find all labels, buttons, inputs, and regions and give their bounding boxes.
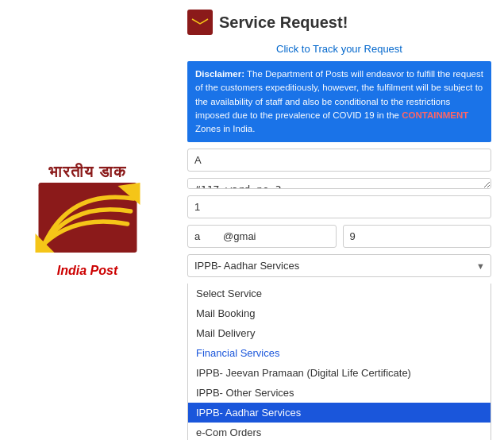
dropdown-item-mail-booking[interactable]: Mail Booking [188,303,491,323]
dropdown-item-ecom-orders[interactable]: e-Com Orders [188,423,491,440]
dropdown-item-financial-services[interactable]: Financial Services [188,343,491,363]
number-input[interactable] [187,195,491,218]
dropdown-item-ippb-jeevan[interactable]: IPPB- Jeevan Pramaan (Digital Life Certi… [188,363,491,383]
containment-word: CONTAINMENT [402,110,468,120]
email-phone-row [187,225,491,248]
select-service-wrapper: Select Service Mail Booking Mail Deliver… [187,254,491,277]
dropdown-item-select-service[interactable]: Select Service [188,284,491,303]
post-icon-svg [190,13,210,32]
track-request-link[interactable]: Click to Track your Request [187,43,491,55]
email-input[interactable] [187,225,337,248]
india-post-logo [22,183,153,259]
brand-label: India Post [57,264,117,278]
phone-input[interactable] [343,225,492,248]
post-icon [187,10,213,35]
disclaimer-bold: Disclaimer: [195,69,244,79]
dropdown-item-ippb-other[interactable]: IPPB- Other Services [188,383,491,403]
select-service-dropdown[interactable]: Select Service Mail Booking Mail Deliver… [187,254,491,277]
logo-area: भारतीय डाक India Post [18,163,157,278]
header-row: Service Request! [187,10,491,35]
right-panel: Service Request! Click to Track your Req… [175,0,504,440]
hindi-title: भारतीय डाक [48,163,126,181]
disclaimer-suffix: Zones in India. [195,124,255,133]
name-input[interactable] [187,149,491,172]
left-panel: भारतीय डाक India Post [0,0,175,440]
dropdown-item-ippb-aadhar[interactable]: IPPB- Aadhar Services [188,403,491,423]
service-request-title: Service Request! [219,14,348,32]
dropdown-item-mail-delivery[interactable]: Mail Delivery [188,323,491,343]
disclaimer-box: Disclaimer: The Department of Posts will… [187,61,491,142]
svg-rect-0 [38,183,137,253]
address-textarea[interactable]: #117 ward no-3 [187,178,491,189]
svg-rect-3 [192,17,208,29]
dropdown-list: Select Service Mail Booking Mail Deliver… [187,284,491,440]
